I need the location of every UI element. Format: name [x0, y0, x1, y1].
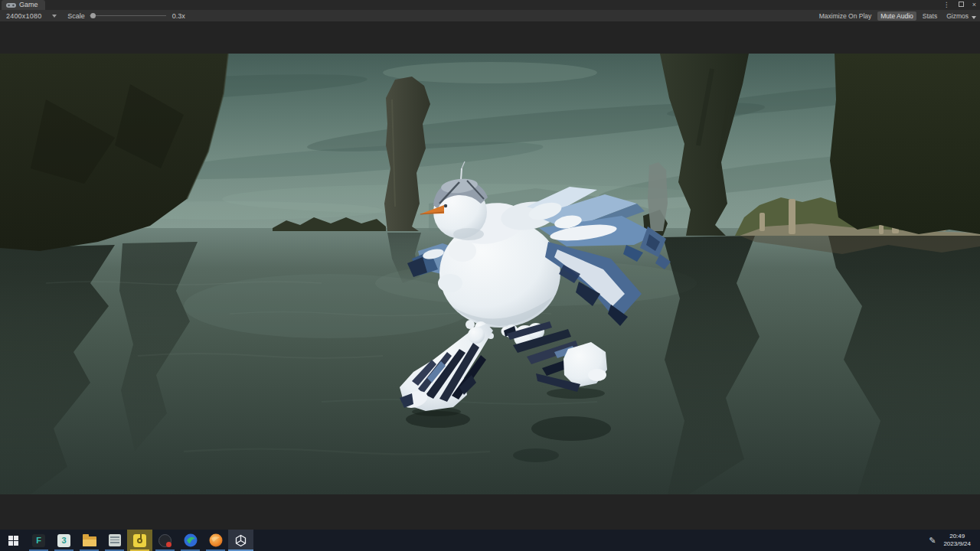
- file-explorer-icon[interactable]: [77, 530, 102, 551]
- orange-globe-glyph: [209, 533, 223, 547]
- tab-label: Game: [19, 0, 38, 10]
- notepad-app-icon[interactable]: [102, 530, 127, 551]
- windows-start-icon[interactable]: [0, 530, 26, 551]
- resolution-value: 2400x1080: [6, 12, 41, 20]
- clock-date: 2023/9/24: [943, 540, 971, 548]
- taskbar-clock[interactable]: 20:49 2023/9/24: [940, 533, 977, 548]
- gamepad-icon: [6, 2, 16, 8]
- restore-box: [959, 2, 964, 7]
- orange-browser-icon[interactable]: [203, 530, 228, 551]
- maximize-on-play-button[interactable]: Maximize On Play: [816, 11, 875, 21]
- pen-input-icon[interactable]: ✎: [924, 536, 940, 546]
- notes-icon: [109, 534, 121, 546]
- game-scene-render: [0, 54, 980, 494]
- letter-f-app-icon[interactable]: F: [26, 530, 51, 551]
- windows-logo: [8, 536, 18, 546]
- yellow-app-glyph: [133, 534, 146, 547]
- gizmos-label: Gizmos: [946, 12, 969, 20]
- folder-icon: [83, 536, 96, 546]
- unity-logo-icon: [234, 534, 247, 547]
- scale-slider[interactable]: [90, 15, 166, 16]
- game-viewport: [0, 21, 980, 530]
- chevron-down-icon: [52, 15, 57, 18]
- stats-button[interactable]: Stats: [920, 11, 940, 21]
- restore-icon[interactable]: [959, 0, 964, 10]
- window-chrome: Game ⋮ × 2400x1080 Scale 0.3x Maximize: [0, 0, 980, 21]
- far-right-cliff: [830, 54, 980, 234]
- tab-bar: Game ⋮ ×: [0, 0, 980, 10]
- clock-time: 20:49: [943, 533, 971, 540]
- 3ds-max-app-icon[interactable]: 3: [51, 530, 77, 551]
- letter-f-glyph: F: [32, 534, 45, 547]
- scale-slider-handle[interactable]: [90, 13, 96, 18]
- three-glyph: 3: [57, 534, 70, 547]
- flashing-yellow-app-icon[interactable]: [127, 530, 152, 551]
- character-eye: [444, 204, 447, 207]
- unity-app-icon[interactable]: [228, 530, 253, 551]
- blue-green-app-icon[interactable]: [178, 530, 203, 551]
- scale-label: Scale: [67, 12, 85, 20]
- media-circle-icon: [158, 534, 172, 547]
- blue-green-glyph: [184, 533, 198, 547]
- scale-control: Scale 0.3x: [67, 12, 185, 20]
- toolbar-right-buttons: Maximize On Play Mute Audio Stats Gizmos: [816, 10, 979, 21]
- system-tray: ✎ 20:49 2023/9/24: [924, 530, 980, 551]
- close-icon[interactable]: ×: [972, 0, 976, 10]
- scale-value: 0.3x: [172, 12, 185, 20]
- menu-icon[interactable]: ⋮: [943, 0, 950, 10]
- window-controls: ⋮ ×: [943, 0, 976, 10]
- gizmos-button[interactable]: Gizmos: [943, 11, 979, 21]
- resolution-dropdown[interactable]: 2400x1080: [6, 12, 57, 20]
- unity-editor-game-view: Game ⋮ × 2400x1080 Scale 0.3x Maximize: [0, 0, 980, 551]
- chevron-down-icon: [972, 16, 976, 19]
- game-view-toolbar: 2400x1080 Scale 0.3x Maximize On Play Mu…: [0, 10, 980, 21]
- windows-taskbar: F 3: [0, 530, 980, 551]
- dark-media-app-icon[interactable]: [152, 530, 178, 551]
- tab-game[interactable]: Game: [2, 0, 45, 10]
- mute-audio-button[interactable]: Mute Audio: [877, 11, 916, 21]
